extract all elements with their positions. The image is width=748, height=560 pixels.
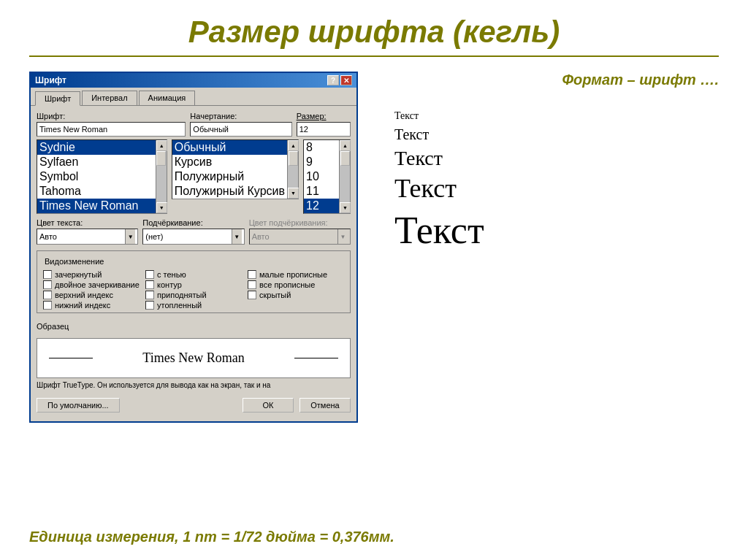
- style-scrollbar[interactable]: ▲ ▼: [287, 140, 298, 199]
- font-label: Шрифт:: [37, 112, 186, 120]
- list-item[interactable]: Symbol: [37, 169, 156, 184]
- checkbox-shadow: с тенью: [145, 270, 242, 279]
- tab-animation[interactable]: Анимация: [139, 91, 196, 105]
- list-item[interactable]: Times New Roman: [37, 199, 156, 213]
- info-text: Шрифт TrueType. Он используется для выво…: [37, 381, 351, 389]
- text-sample-5: Текст: [394, 208, 484, 253]
- size-listbox: 8 9 10 11 12: [304, 140, 339, 213]
- font-name-group: Шрифт:: [37, 112, 186, 137]
- scroll-down-button[interactable]: ▼: [340, 202, 351, 213]
- checkbox-input[interactable]: [248, 280, 256, 289]
- style-listbox: Обычный Курсив Полужирный Полужирный Кур…: [172, 140, 287, 199]
- checkbox-input[interactable]: [145, 280, 154, 289]
- font-style-input[interactable]: [190, 122, 291, 137]
- sample-line-right: [294, 358, 338, 358]
- scroll-thumb[interactable]: [289, 151, 298, 166]
- text-sample-3: Текст: [394, 146, 443, 171]
- checkbox-label: двойное зачеркивание: [55, 280, 140, 289]
- font-scrollbar[interactable]: ▲ ▼: [156, 140, 167, 213]
- scroll-thumb[interactable]: [340, 151, 350, 166]
- checkbox-label: утопленный: [157, 301, 202, 310]
- modifications-section: Видоизменение зачеркнутый с тенью малые …: [37, 250, 351, 313]
- checkbox-input[interactable]: [145, 301, 154, 310]
- text-samples: Текст Текст Текст Текст Текст: [380, 110, 719, 253]
- underline-color-select: Авто ▼: [249, 229, 351, 245]
- checkbox-label: все прописные: [259, 280, 315, 289]
- font-size-input[interactable]: [297, 122, 351, 137]
- checkbox-all-caps: все прописные: [248, 280, 344, 289]
- size-listbox-container: 8 9 10 11 12 ▲ ▼: [303, 139, 351, 214]
- ok-button[interactable]: ОК: [243, 398, 294, 413]
- checkbox-input[interactable]: [43, 280, 52, 289]
- text-sample-2: Текст: [394, 126, 429, 143]
- dialog-titlebar: Шрифт ? ✕: [31, 73, 356, 88]
- list-item[interactable]: Tahoma: [37, 184, 156, 199]
- checkbox-strikethrough: зачеркнутый: [43, 270, 140, 279]
- text-sample-1: Текст: [394, 110, 419, 123]
- checkbox-input[interactable]: [145, 291, 154, 299]
- text-color-group: Цвет текста: Авто ▼: [37, 218, 138, 245]
- checkbox-input[interactable]: [248, 270, 256, 279]
- style-label: Начертание:: [190, 112, 291, 120]
- scroll-thumb[interactable]: [156, 151, 166, 166]
- checkbox-raised: приподнятый: [145, 291, 242, 299]
- ok-cancel-buttons: ОК Отмена: [243, 398, 351, 413]
- cancel-button[interactable]: Отмена: [299, 398, 351, 413]
- dropdown-icon: ▼: [125, 229, 135, 244]
- scroll-track: [340, 151, 350, 202]
- underline-select[interactable]: (нет) ▼: [142, 229, 244, 245]
- list-item[interactable]: Обычный: [172, 140, 287, 155]
- checkbox-outline: контур: [145, 280, 242, 289]
- scroll-down-button[interactable]: ▼: [156, 202, 167, 213]
- list-item[interactable]: 8: [304, 140, 339, 155]
- list-item[interactable]: 10: [304, 169, 339, 184]
- list-item[interactable]: Полужирный: [172, 169, 287, 184]
- fields-labels-row: Шрифт: Начертание: Размер:: [37, 112, 351, 137]
- help-button[interactable]: ?: [327, 75, 339, 85]
- checkbox-label: приподнятый: [157, 291, 207, 299]
- list-item[interactable]: Курсив: [172, 155, 287, 169]
- list-item[interactable]: Sylfaen: [37, 155, 156, 169]
- checkbox-label: малые прописные: [259, 270, 327, 279]
- listboxes-row: Sydnie Sylfaen Symbol Tahoma Times New R…: [37, 139, 351, 214]
- sample-underlines: Times New Roman: [42, 350, 346, 366]
- dialog-tabs: Шрифт Интервал Анимация: [31, 88, 356, 106]
- format-hint: Формат – шрифт ….: [562, 72, 719, 88]
- color-value: Авто: [39, 232, 125, 241]
- color-select[interactable]: Авто ▼: [37, 229, 138, 245]
- scroll-down-button[interactable]: ▼: [288, 188, 299, 199]
- checkbox-label: контур: [157, 280, 182, 289]
- sample-section-label: Образец: [37, 322, 69, 331]
- size-label: Размер:: [297, 112, 351, 120]
- checkbox-input[interactable]: [43, 291, 52, 299]
- close-button[interactable]: ✕: [340, 75, 352, 85]
- checkbox-double-strikethrough: двойное зачеркивание: [43, 280, 140, 289]
- underline-label: Подчёркивание:: [142, 218, 244, 227]
- tab-interval[interactable]: Интервал: [82, 91, 137, 105]
- font-name-input[interactable]: [37, 122, 186, 137]
- scroll-up-button[interactable]: ▲: [156, 140, 167, 151]
- main-content: Шрифт ? ✕ Шрифт Интервал Анимация Шрифт:…: [29, 72, 719, 423]
- checkbox-input[interactable]: [43, 270, 52, 279]
- checkbox-input[interactable]: [43, 301, 52, 310]
- font-listbox: Sydnie Sylfaen Symbol Tahoma Times New R…: [37, 140, 156, 213]
- list-item[interactable]: Полужирный Курсив: [172, 184, 287, 199]
- list-item[interactable]: 9: [304, 155, 339, 169]
- font-style-group: Начертание:: [190, 112, 291, 137]
- default-button[interactable]: По умолчанию...: [37, 398, 120, 413]
- checkbox-input[interactable]: [145, 270, 154, 279]
- list-item[interactable]: 12: [304, 199, 339, 213]
- dialog-buttons: По умолчанию... ОК Отмена: [37, 395, 351, 415]
- tab-font[interactable]: Шрифт: [35, 91, 80, 106]
- list-item[interactable]: Sydnie: [37, 140, 156, 155]
- size-scrollbar[interactable]: ▲ ▼: [339, 140, 350, 213]
- list-item[interactable]: 11: [304, 184, 339, 199]
- checkbox-engraved: утопленный: [145, 301, 242, 310]
- checkbox-input[interactable]: [248, 291, 256, 299]
- checkbox-label: нижний индекс: [55, 301, 110, 310]
- scroll-up-button[interactable]: ▲: [288, 140, 299, 151]
- text-sample-4: Текст: [394, 173, 457, 204]
- dialog-window: Шрифт ? ✕ Шрифт Интервал Анимация Шрифт:…: [29, 72, 358, 423]
- sample-line-left: [49, 358, 93, 358]
- scroll-up-button[interactable]: ▲: [340, 140, 351, 151]
